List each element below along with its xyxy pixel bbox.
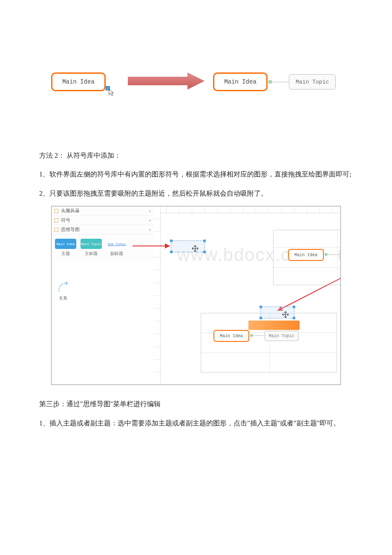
step3-p1-text: 1、插入主题或者副主题：选中需要添加主题或者副主题的图形，点击"插入主题"或者"… [39,419,340,427]
arrow-right-icon [128,72,205,90]
connector-line [272,82,289,82]
method2-paragraph-2: 2、只要该图形拖拽至需要吸附的主题附近，然后松开鼠标就会自动吸附了。 [26,187,366,200]
relation-arc-icon [57,281,69,294]
palette-item-relation[interactable]: 关系 [57,281,69,301]
row-icon [54,218,58,223]
step3-paragraph-1: 1、插入主题或者副主题：选中需要添加主题或者副主题的图形，点击"插入主题"或者"… [26,417,366,430]
main-topic-label: Main Topic [296,79,329,85]
red-arrow-icon [133,243,173,248]
row-icon [54,228,58,232]
cursor-icon [108,89,116,96]
palette-box: Main Idea [55,239,76,249]
palette-box: Sub Topic [106,239,127,249]
palette-item-sub-topic[interactable]: Sub Topic 副标题 [106,239,127,257]
close-icon[interactable]: × [149,218,151,223]
main-topic-node[interactable]: Main Topic [339,250,341,260]
palette-label: 主题 [61,251,70,257]
screenshot-figure: 头脑风暴 × 符号 × 思维导图 × Main Idea 主题 Main T [51,206,341,385]
method2-p1-text: 1、软件界面左侧的符号库中有内置的图形符号，根据需求选择相对应的图形，直接拖拽至… [39,171,351,178]
ruler-top [154,206,340,213]
main-idea-label: Main Idea [224,78,257,85]
method2-heading: 方法 2： 从符号库中添加： [26,149,366,162]
main-topic-node: Main Topic [289,74,336,90]
row-label: 符号 [61,217,70,223]
main-idea-node[interactable]: Main Idea [288,249,324,261]
move-cursor-icon [282,311,289,318]
main-idea-node-right: Main Idea [213,72,268,91]
move-cursor-icon [191,245,199,252]
connector-dot-icon [268,80,272,84]
panel-row-symbols[interactable]: 符号 × [52,216,154,225]
panel-row-brainstorm[interactable]: 头脑风暴 × [52,206,154,216]
palette-item-main-topic[interactable]: Main Topic 主标题 [81,239,102,257]
close-icon[interactable]: × [149,227,151,232]
close-icon[interactable]: × [149,208,151,214]
document-page: Main Idea Main Idea Main Topic 方法 2： 从符号… [0,0,392,461]
step3-heading: 第三步：通过"思维导图"菜单栏进行编辑 [26,398,366,410]
main-topic-node[interactable]: Main Topic [265,331,299,341]
row-label: 头脑风暴 [61,208,80,214]
main-idea-node-left: Main Idea [51,72,106,91]
snap-highlight [248,321,300,330]
panel-row-mindmap[interactable]: 思维导图 × [52,225,154,234]
top-diagram: Main Idea Main Idea Main Topic [51,64,341,107]
ruler-left [154,206,161,384]
ghost-drag-node[interactable] [171,240,205,252]
palette-item-main-idea[interactable]: Main Idea 主题 [55,239,76,257]
svg-line-1 [277,270,341,311]
row-icon [54,209,58,213]
main-topic-label: Main Topic [269,334,294,338]
relation-label: 关系 [59,295,67,301]
row-label: 思维导图 [61,226,80,233]
main-idea-label: Main Idea [294,253,317,257]
symbol-library-panel: 头脑风暴 × 符号 × 思维导图 × Main Idea 主题 Main T [52,206,154,261]
method2-paragraph-1: 1、软件界面左侧的符号库中有内置的图形符号，根据需求选择相对应的图形，直接拖拽至… [26,168,366,181]
palette-label: 主标题 [85,251,98,257]
main-idea-label: Main Idea [220,334,243,338]
main-idea-node[interactable]: Main Idea [213,330,249,342]
main-idea-label: Main Idea [62,78,95,85]
ghost-drag-node[interactable] [260,306,294,318]
connector-line [327,254,339,255]
palette-label: 副标题 [110,251,123,257]
palette-box: Main Topic [81,239,102,249]
connector-line [253,335,265,336]
drawing-canvas[interactable]: www.bdocx.com Main Idea [154,206,340,384]
